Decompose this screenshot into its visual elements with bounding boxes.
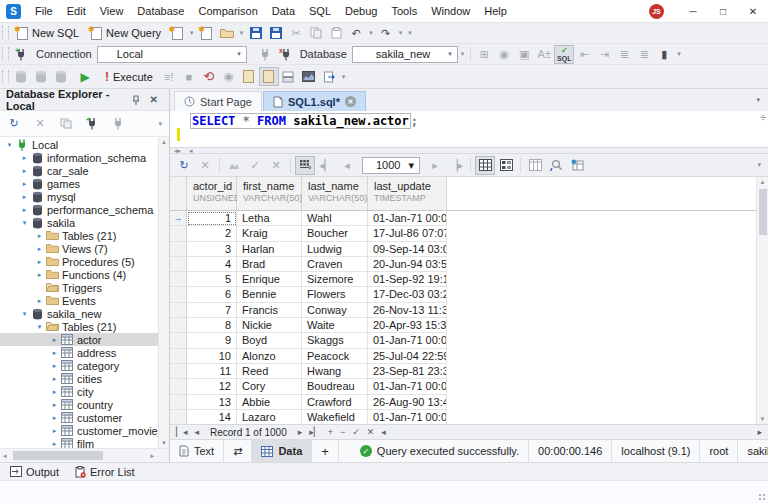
- tree-item-city[interactable]: ▸city: [0, 385, 169, 398]
- row-selector[interactable]: [170, 257, 187, 272]
- tab-sql1[interactable]: SQL1.sql* ✕: [263, 91, 366, 111]
- grid-cell[interactable]: Sizemore: [302, 272, 368, 287]
- row-selector[interactable]: [170, 303, 187, 318]
- expand-icon[interactable]: ▸: [34, 245, 45, 253]
- user-avatar[interactable]: JS: [649, 4, 664, 19]
- grid-cell[interactable]: Francis: [237, 303, 302, 318]
- toolbar1-overflow-dropdown[interactable]: ▾: [405, 29, 415, 37]
- run-button[interactable]: ▶: [75, 67, 95, 86]
- tree-item-mysql[interactable]: ▸mysql: [0, 190, 169, 203]
- grid-cell[interactable]: 2: [187, 226, 237, 241]
- menu-tools[interactable]: Tools: [384, 0, 424, 22]
- expand-icon[interactable]: ▸: [34, 297, 45, 305]
- delete-record-button[interactable]: −: [340, 427, 345, 437]
- grid-cell[interactable]: Crawford: [302, 395, 368, 410]
- screenshot-icon[interactable]: ◉: [494, 45, 514, 64]
- grid-cell[interactable]: 01-Jan-71 00:01:04: [368, 333, 447, 348]
- close-panel-icon[interactable]: ✕: [145, 94, 163, 105]
- sql-statement[interactable]: SELECT * FROM sakila_new.actor;: [190, 114, 418, 128]
- expand-icon[interactable]: ▸: [49, 440, 60, 448]
- collapse-icon[interactable]: ▾: [34, 323, 45, 331]
- row-selector[interactable]: →: [170, 211, 187, 226]
- redo-button[interactable]: ↷: [376, 24, 396, 43]
- column-header-last_update[interactable]: last_updateTIMESTAMP: [368, 177, 447, 210]
- grid-cell[interactable]: 26-Nov-13 11:30:44: [368, 303, 447, 318]
- window-split-icon[interactable]: [279, 67, 299, 86]
- tree-item-performance-schema[interactable]: ▸performance_schema: [0, 203, 169, 216]
- grid-cell[interactable]: 01-Sep-92 19:15:38: [368, 272, 447, 287]
- grid-cell[interactable]: Kraig: [237, 226, 302, 241]
- tab-list-dropdown[interactable]: ▾: [756, 96, 760, 104]
- tree-item-events[interactable]: ▸Events: [0, 294, 169, 307]
- grid-cell[interactable]: 5: [187, 272, 237, 287]
- tab-error-list[interactable]: Error List: [75, 466, 135, 478]
- toolbar-grip[interactable]: [2, 70, 9, 84]
- grid-cell[interactable]: 9: [187, 333, 237, 348]
- delete-button[interactable]: ✕: [30, 114, 50, 133]
- grid-cell[interactable]: Wahl: [302, 211, 368, 226]
- tree-item-views-7-[interactable]: ▸Views (7): [0, 242, 169, 255]
- tree-item-procedures-5-[interactable]: ▸Procedures (5): [0, 255, 169, 268]
- expand-icon[interactable]: ▸: [19, 154, 30, 162]
- maximize-button[interactable]: □: [708, 0, 738, 22]
- grid-cell[interactable]: 11: [187, 364, 237, 379]
- apply-changes-button[interactable]: [224, 156, 244, 175]
- execute-script-icon[interactable]: ≡!: [159, 67, 179, 86]
- tab-start-page[interactable]: Start Page: [174, 91, 262, 111]
- database-refresh-icon[interactable]: [31, 67, 51, 86]
- grid-cell[interactable]: 20-Jun-94 03:54:52: [368, 257, 447, 272]
- new-document-dropdown[interactable]: ▾: [187, 29, 197, 37]
- text-case-icon[interactable]: A±: [534, 45, 554, 64]
- expand-icon[interactable]: ▸: [49, 362, 60, 370]
- new-document-button[interactable]: ✱: [167, 24, 187, 43]
- column-header-actor_id[interactable]: actor_idUNSIGNED: [187, 177, 237, 210]
- open-file-dropdown[interactable]: ▾: [237, 29, 247, 37]
- grid-cell[interactable]: 10: [187, 349, 237, 364]
- menu-edit[interactable]: Edit: [60, 0, 93, 22]
- cancel-edit-button[interactable]: ✕: [367, 427, 375, 437]
- grid-cell[interactable]: 14: [187, 410, 237, 424]
- tree-item-customer-movie-ren[interactable]: ▸customer_movie_ren: [0, 424, 169, 437]
- tree-vertical-scrollbar[interactable]: ▲ ▼: [158, 137, 169, 448]
- tree-item-sakila-new[interactable]: ▾sakila_new: [0, 307, 169, 320]
- history-icon[interactable]: ⟲: [199, 67, 219, 86]
- expand-icon[interactable]: ▸: [49, 401, 60, 409]
- scrollbar-thumb[interactable]: [759, 189, 767, 235]
- sql-editor[interactable]: SELECT * FROM sakila_new.actor; ÷: [170, 111, 768, 147]
- tree-horizontal-scrollbar[interactable]: ◂ ▸: [0, 448, 169, 462]
- tree-item-functions-4-[interactable]: ▸Functions (4): [0, 268, 169, 281]
- grid-corner-cell[interactable]: [170, 177, 187, 210]
- grid-cell[interactable]: Flowers: [302, 287, 368, 302]
- menu-debug[interactable]: Debug: [338, 0, 384, 22]
- grid-cell[interactable]: 01-Jan-71 00:07:13: [368, 211, 447, 226]
- grid-cell[interactable]: Ludwig: [302, 242, 368, 257]
- expand-icon[interactable]: ▸: [34, 232, 45, 240]
- grid-cell[interactable]: Conway: [302, 303, 368, 318]
- tree-item-address[interactable]: ▸address: [0, 346, 169, 359]
- new-file-button[interactable]: ✱: [197, 24, 217, 43]
- post-edit-button[interactable]: ✓: [352, 427, 360, 437]
- indent-icon[interactable]: ⇥: [594, 45, 614, 64]
- grid-cell[interactable]: Alonzo: [237, 349, 302, 364]
- grid-cell[interactable]: 3: [187, 242, 237, 257]
- row-selector[interactable]: [170, 349, 187, 364]
- copy-button[interactable]: [306, 24, 326, 43]
- column-header-first_name[interactable]: first_nameVARCHAR(50): [237, 177, 302, 210]
- expand-icon[interactable]: ▸: [49, 375, 60, 383]
- expand-icon[interactable]: ▸: [19, 193, 30, 201]
- window-resize-grip[interactable]: [758, 493, 766, 501]
- execute-button[interactable]: ! Execute: [99, 67, 159, 86]
- new-connection-button[interactable]: +: [11, 45, 31, 64]
- grid-cell[interactable]: 1: [187, 211, 237, 226]
- bookmark-icon[interactable]: ▮: [654, 45, 674, 64]
- toolbar2-overflow-dropdown[interactable]: ▾: [674, 50, 684, 58]
- tab-output[interactable]: Output: [10, 466, 59, 478]
- grid-cell[interactable]: Skaggs: [302, 333, 368, 348]
- grid-cell[interactable]: Nickie: [237, 318, 302, 333]
- grid-cell[interactable]: 01-Jan-71 00:00:05: [368, 379, 447, 394]
- add-result-tab-button[interactable]: +: [312, 440, 339, 462]
- database-select[interactable]: sakila_new ▾: [352, 46, 458, 63]
- open-file-button[interactable]: [217, 24, 237, 43]
- close-button[interactable]: ✕: [738, 0, 768, 22]
- prev-page-button[interactable]: ◂: [337, 156, 357, 175]
